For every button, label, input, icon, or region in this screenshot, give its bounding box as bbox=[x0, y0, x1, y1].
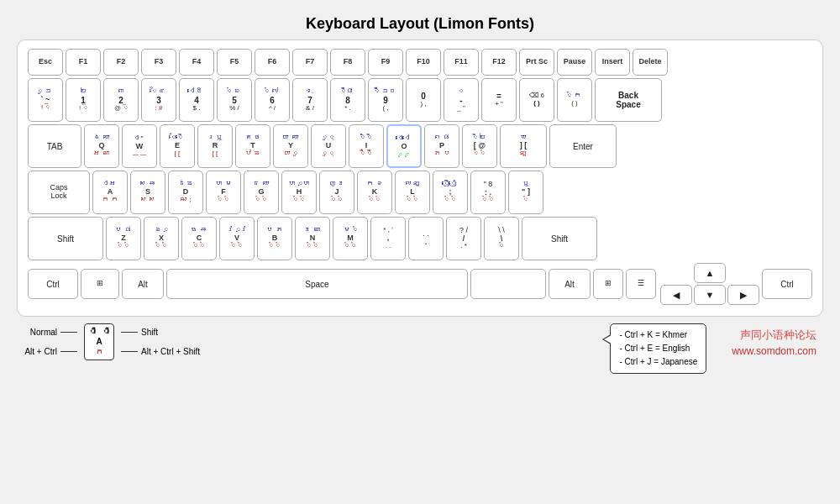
key-ctrl-left[interactable]: Ctrl bbox=[28, 269, 78, 299]
key-y[interactable]: យ ឈ Y យ ូ bbox=[273, 124, 308, 168]
key-m[interactable]: ម ំ M ំ ំ bbox=[333, 217, 368, 260]
callout-line-2: - Ctrl + E = English bbox=[619, 342, 697, 355]
key-pause[interactable]: Pause bbox=[557, 49, 592, 76]
key-c[interactable]: ច ឆ C ំ ំ bbox=[181, 217, 217, 260]
key-shift-right[interactable]: Shift bbox=[522, 217, 597, 260]
page-title: Keyboard Layout (Limon Fonts) bbox=[7, 5, 833, 39]
key-win-right[interactable]: ⊞ bbox=[593, 269, 623, 299]
key-backspace[interactable]: BackSpace bbox=[595, 78, 662, 122]
legend-altctrlshift-label: Alt + Ctrl + Shift bbox=[141, 347, 200, 356]
key-space[interactable]: Space bbox=[166, 269, 468, 299]
key-u[interactable]: ូ ុ U ួ ុ bbox=[311, 124, 346, 168]
key-capslock[interactable]: CapsLock bbox=[28, 171, 90, 214]
key-9[interactable]: ឺ ១០ 9 ( , bbox=[368, 78, 403, 122]
key-s[interactable]: ស ឆ S ស ស bbox=[130, 171, 165, 214]
key-z[interactable]: ប ផ Z ំ ំ bbox=[106, 217, 141, 260]
key-8[interactable]: ឹ ៨ 8 * . bbox=[330, 78, 365, 122]
key-f8[interactable]: F8 bbox=[330, 49, 365, 76]
key-h[interactable]: ហ ្ហ H ំ ំ bbox=[281, 171, 317, 214]
key-backslash[interactable]: ឬ " ] ំ bbox=[508, 171, 543, 214]
key-prtsc[interactable]: Prt Sc bbox=[519, 49, 554, 76]
key-f2[interactable]: F2 bbox=[103, 49, 139, 76]
key-0[interactable]: 0 ) , bbox=[406, 78, 441, 122]
key-minus[interactable]: ៈ - _ " bbox=[444, 78, 479, 122]
key-enter[interactable]: Enter bbox=[549, 124, 617, 168]
key-backslash2[interactable]: \ \ \ ំ bbox=[484, 217, 519, 260]
legend-callout: - Ctrl + K = Khmer - Ctrl + E = English … bbox=[610, 323, 706, 374]
key-6[interactable]: ំ ៧ 6 ^ / bbox=[255, 78, 290, 122]
key-1[interactable]: ២ 1 ! ៑ bbox=[66, 78, 101, 122]
key-esc[interactable]: Esc bbox=[28, 49, 63, 76]
key-quote[interactable]: " 8 : . ំ ំ bbox=[470, 171, 506, 214]
legend-key-example: ា ា A ក bbox=[84, 323, 114, 360]
key-arrow-left[interactable]: ◀ bbox=[660, 285, 692, 305]
key-x[interactable]: ឧ ្ X ំ ំ bbox=[144, 217, 179, 260]
site-line1: 声同小语种论坛 bbox=[732, 327, 816, 344]
key-f6[interactable]: F6 bbox=[255, 49, 290, 76]
key-f10[interactable]: F10 bbox=[406, 49, 441, 76]
keyboard-container: Esc F1 F2 F3 F4 F5 F6 F7 F8 F9 F10 F11 F… bbox=[17, 39, 823, 317]
key-comma[interactable]: * , ' , . . bbox=[370, 217, 406, 260]
key-2[interactable]: ៣ 2 @ ៑ bbox=[103, 78, 139, 122]
site-line2: www.somdom.com bbox=[732, 344, 816, 359]
key-4[interactable]: ៅ ៥ 4 $ . bbox=[179, 78, 214, 122]
key-backtick[interactable]: ូ ១ ` ~ ! ៑ bbox=[28, 78, 63, 122]
key-period[interactable]: . . . bbox=[408, 217, 444, 260]
key-f7[interactable]: F7 bbox=[292, 49, 328, 76]
key-shift-left[interactable]: Shift bbox=[28, 217, 103, 260]
key-i[interactable]: ិ ី I ឺ ឹ bbox=[349, 124, 384, 168]
key-space2[interactable] bbox=[470, 269, 546, 299]
legend-shift-label: Shift bbox=[141, 328, 158, 337]
key-v[interactable]: វ ្វ V ំ ំ bbox=[219, 217, 255, 260]
key-f5[interactable]: F5 bbox=[217, 49, 252, 76]
key-b[interactable]: ប ភ B ំ ំ bbox=[257, 217, 292, 260]
key-semicolon[interactable]: ឿ ៀ ; ំ ំ bbox=[433, 171, 468, 214]
key-r[interactable]: រ ឬ R [ [ bbox=[197, 124, 233, 168]
key-menu[interactable]: ☰ bbox=[626, 269, 656, 299]
callout-line-3: - Ctrl + J = Japanese bbox=[619, 355, 697, 369]
key-f11[interactable]: F11 bbox=[444, 49, 479, 76]
key-rbracket[interactable]: ឃ ] [ ឡ bbox=[500, 124, 547, 168]
key-t[interactable]: ត ថ T ឋ ឌ bbox=[235, 124, 270, 168]
key-insert[interactable]: Insert bbox=[595, 49, 630, 76]
key-win-left[interactable]: ⊞ bbox=[81, 269, 119, 299]
key-f1[interactable]: F1 bbox=[66, 49, 101, 76]
key-alt-right[interactable]: Alt bbox=[549, 269, 591, 299]
key-g[interactable]: ជ ឈ G ំ ំ bbox=[244, 171, 279, 214]
key-d[interactable]: ដ ឌ D ឍ ; bbox=[168, 171, 203, 214]
key-a[interactable]: ា អ A ក ក bbox=[92, 171, 128, 214]
key-6r[interactable]: ⌫ 6 ( ) bbox=[519, 78, 554, 122]
key-f3[interactable]: F3 bbox=[141, 49, 176, 76]
key-l[interactable]: ល ឡ L ំ ំ bbox=[395, 171, 430, 214]
key-lbracket[interactable]: ី ២ [ @ ំ ំ bbox=[462, 124, 497, 168]
key-arrow-up[interactable]: ▲ bbox=[694, 263, 726, 283]
key-alt-left[interactable]: Alt bbox=[122, 269, 164, 299]
key-p[interactable]: ព ផ P ភ ប bbox=[424, 124, 459, 168]
key-f9[interactable]: F9 bbox=[368, 49, 403, 76]
legend-area: Normal Alt + Ctrl ា ា A ក bbox=[7, 323, 833, 374]
key-7[interactable]: ះ . 7 & / bbox=[292, 78, 328, 122]
key-q[interactable]: ង ឈ Q អ ណ bbox=[84, 124, 119, 168]
key-ctrl-right[interactable]: Ctrl bbox=[762, 269, 812, 299]
key-n[interactable]: ន ណ N ំ ំ bbox=[295, 217, 330, 260]
key-w[interactable]: ា ″ W — — bbox=[122, 124, 157, 168]
key-k[interactable]: ក ខ K ំ ំ bbox=[357, 171, 392, 214]
key-f[interactable]: ហ ម F ំ ំ bbox=[206, 171, 241, 214]
key-bracket-special[interactable]: ំ ក ( ) bbox=[557, 78, 592, 122]
key-arrow-down[interactable]: ▼ bbox=[694, 285, 726, 305]
legend-altctrl-label: Alt + Ctrl bbox=[15, 347, 57, 356]
key-f4[interactable]: F4 bbox=[179, 49, 214, 76]
callout-line-1: - Ctrl + K = Khmer bbox=[619, 328, 697, 342]
key-o[interactable]: ោ ៅ O ូ ូ bbox=[386, 124, 422, 168]
key-f12[interactable]: F12 bbox=[481, 49, 517, 76]
key-equal[interactable]: = + " bbox=[481, 78, 517, 122]
key-arrow-right[interactable]: ▶ bbox=[727, 285, 759, 305]
key-tab[interactable]: TAB bbox=[28, 124, 81, 168]
key-delete[interactable]: Delete bbox=[633, 49, 668, 76]
key-3[interactable]: ៃ ៤ 3 : # bbox=[141, 78, 176, 122]
key-j[interactable]: ញ ន J ំ ំ bbox=[319, 171, 354, 214]
key-5[interactable]: ំ ៦ 5 % / bbox=[217, 78, 252, 122]
key-e[interactable]: ែ ើ E [ [ bbox=[160, 124, 195, 168]
site-credit: 声同小语种论坛 www.somdom.com bbox=[732, 327, 825, 359]
key-slash[interactable]: ? / / . * bbox=[446, 217, 481, 260]
